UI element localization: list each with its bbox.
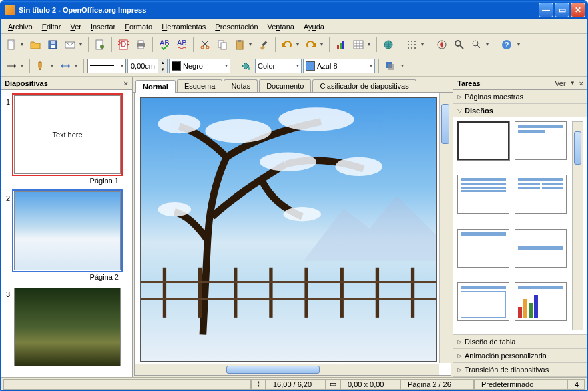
arrow-line-icon (6, 61, 17, 71)
layout-title[interactable] (515, 121, 567, 160)
redo-button[interactable] (303, 37, 326, 53)
menu-ver[interactable]: Ver (65, 21, 86, 32)
svg-line-41 (460, 45, 463, 49)
abc-check-icon: ABC (159, 39, 170, 50)
line-style-combo[interactable]: ▾ (87, 59, 126, 73)
export-pdf-button[interactable]: PDF (115, 37, 131, 53)
section-table-header[interactable]: ▷Diseño de tabla (453, 335, 587, 348)
navigator-button[interactable] (434, 37, 450, 53)
menu-insertar[interactable]: Insertar (86, 21, 120, 32)
tab-normal[interactable]: Normal (135, 80, 176, 93)
separator (193, 37, 194, 52)
close-button[interactable]: ✕ (571, 3, 585, 17)
tab-clasificador[interactable]: Clasificador de diapositivas (312, 79, 416, 92)
layout-title-content[interactable] (457, 175, 509, 214)
layout-chart[interactable] (515, 282, 567, 321)
slide-thumb-1[interactable]: 1 Text here (6, 95, 127, 174)
mail-button[interactable] (62, 37, 85, 53)
slide-thumbnail[interactable]: Text here (14, 95, 121, 174)
tab-esquema[interactable]: Esquema (177, 79, 222, 92)
paste-button[interactable] (232, 37, 254, 53)
autospell-button[interactable]: ABC (174, 37, 190, 53)
layouts-scrollbar[interactable] (572, 121, 583, 330)
menu-ayuda[interactable]: Ayuda (299, 21, 329, 32)
undo-button[interactable] (279, 37, 302, 53)
cut-button[interactable] (197, 37, 213, 53)
slide-thumbnail[interactable] (14, 288, 121, 366)
menu-editar[interactable]: Editar (37, 21, 66, 32)
minimize-button[interactable]: — (539, 3, 553, 17)
new-doc-button[interactable] (3, 37, 26, 53)
svg-point-30 (408, 41, 409, 42)
toolbar2-overflow-icon[interactable]: ▾ (401, 63, 404, 69)
table-button[interactable] (350, 37, 373, 53)
arrow-style-button[interactable] (3, 58, 26, 74)
slide-thumb-3[interactable]: 3 (6, 288, 127, 366)
line-width-spinner[interactable]: ▴▾ (127, 59, 168, 73)
app-icon (5, 5, 15, 15)
menu-herramientas[interactable]: Herramientas (157, 21, 210, 32)
svg-rect-20 (262, 41, 267, 46)
section-layouts-header[interactable]: ▽Diseños (453, 104, 587, 117)
spin-up[interactable]: ▴ (158, 59, 167, 66)
layout-centered[interactable] (515, 229, 567, 268)
shadow-button[interactable] (382, 58, 398, 74)
canvas-area[interactable] (134, 93, 451, 376)
menu-formato[interactable]: Formato (120, 21, 157, 32)
menu-ventana[interactable]: Ventana (263, 21, 299, 32)
separator (152, 37, 153, 52)
section-label: Animación personalizada (465, 352, 547, 360)
status-position: 16,00 / 6,20 (266, 379, 326, 390)
layout-two-content[interactable] (515, 175, 567, 214)
tasks-ver-menu[interactable]: Ver (555, 79, 566, 87)
status-zoom[interactable]: 4 (567, 379, 585, 390)
fill-mode-combo[interactable]: Color ▾ (255, 59, 302, 73)
section-anim-header[interactable]: ▷Animación personalizada (453, 349, 587, 362)
slides-list[interactable]: 1 Text here Página 1 2 Página 2 3 (1, 90, 132, 377)
chart-button[interactable] (333, 37, 349, 53)
line-caps-button[interactable] (57, 58, 80, 74)
edit-file-button[interactable] (92, 37, 108, 53)
layout-title-only[interactable] (457, 229, 509, 268)
zoom-button[interactable] (451, 37, 467, 53)
svg-rect-23 (342, 41, 344, 49)
line-width-input[interactable] (128, 62, 158, 70)
spin-down[interactable]: ▾ (158, 66, 167, 73)
tab-documento[interactable]: Documento (259, 79, 311, 92)
slide-canvas[interactable] (140, 97, 437, 362)
horizontal-scrollbar[interactable] (135, 364, 439, 375)
svg-point-56 (335, 157, 382, 176)
format-paintbrush-button[interactable] (256, 37, 272, 53)
zoom-level-button[interactable] (469, 37, 491, 53)
copy-button[interactable] (214, 37, 230, 53)
open-button[interactable] (27, 37, 43, 53)
status-size-icon: ▭ (326, 379, 340, 390)
section-master-header[interactable]: ▷Páginas maestras (453, 90, 587, 103)
print-button[interactable] (133, 37, 149, 53)
line-endings-button[interactable] (33, 58, 56, 74)
layout-blank[interactable] (457, 121, 509, 160)
line-color-combo[interactable]: Negro ▾ (169, 59, 230, 73)
status-message (3, 379, 251, 390)
section-trans-header[interactable]: ▷Transición de diapositivas (453, 363, 587, 376)
tasks-panel-close-icon[interactable]: × (579, 79, 583, 87)
tab-notas[interactable]: Notas (224, 79, 258, 92)
toolbar-overflow-icon[interactable]: ▾ (517, 41, 520, 47)
slide-thumbnail[interactable] (14, 191, 121, 270)
vertical-scrollbar[interactable] (439, 93, 451, 363)
separator (400, 37, 400, 52)
slide-thumb-2[interactable]: 2 (6, 191, 127, 270)
menu-presentacion[interactable]: Presentación (210, 21, 262, 32)
grid-button[interactable] (404, 37, 426, 53)
fill-color-combo[interactable]: Azul 8 ▾ (303, 59, 375, 73)
layout-object[interactable] (457, 282, 509, 321)
slides-panel-close-icon[interactable]: × (124, 79, 128, 87)
hyperlink-button[interactable] (380, 37, 396, 53)
slides-panel-header: Diapositivas × (1, 77, 132, 90)
spellcheck-button[interactable]: ABC (156, 37, 172, 53)
menu-archivo[interactable]: AArchivorchivo (3, 21, 37, 32)
help-button[interactable]: ? (499, 37, 515, 53)
maximize-button[interactable]: ▭ (555, 3, 569, 17)
fill-bucket-button[interactable] (238, 58, 254, 74)
save-button[interactable] (45, 37, 61, 53)
